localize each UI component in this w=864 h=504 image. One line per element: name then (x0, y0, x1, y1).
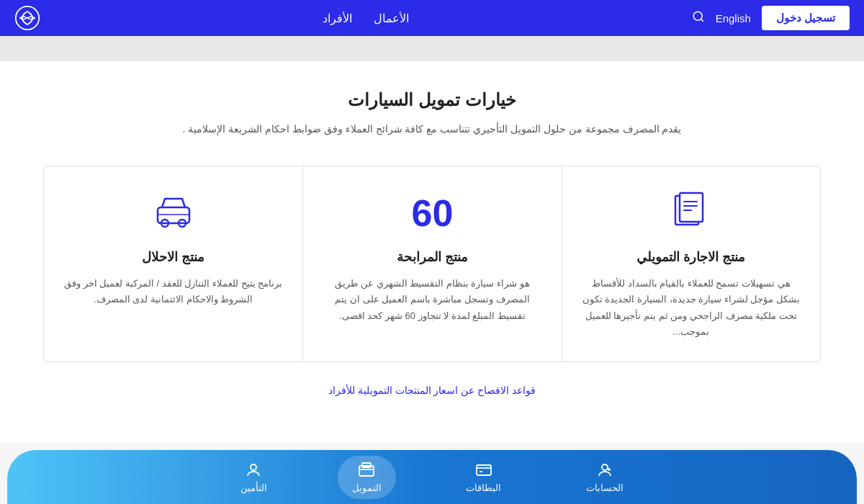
header-logo (14, 5, 40, 31)
product-ihlal-title: منتج الاحلال (62, 249, 284, 265)
svg-point-0 (693, 12, 702, 20)
main-content: خيارات تمويل السيارات يقدم المصرف مجموعة… (0, 61, 864, 443)
product-murabaha-desc: هو شراء سيارة بنظام التقسيط الشهري عن طر… (321, 276, 543, 323)
svg-rect-19 (362, 463, 371, 467)
taajiri-icon (580, 188, 802, 238)
murabaha-number: 60 (412, 194, 454, 232)
login-button[interactable]: تسجيل دخول (762, 6, 850, 30)
svg-rect-15 (477, 465, 491, 475)
cards-icon (475, 462, 492, 479)
svg-point-12 (602, 464, 608, 470)
search-icon (692, 10, 705, 23)
finance-icon (358, 462, 375, 479)
product-ihlal-desc: برنامج يتيح للعملاء التنازل للعقد / المر… (62, 276, 284, 307)
accounts-icon (596, 462, 613, 479)
language-button[interactable]: English (716, 12, 751, 24)
product-murabaha-title: منتج المرابحة (321, 249, 543, 265)
product-card-taajiri: منتج الاجارة التمويلي هي تسهيلات تسمح لل… (562, 166, 820, 361)
disclosure-link[interactable]: قواعد الافصاح عن اسعار المنتجات التمويلي… (328, 384, 536, 396)
disclosure-link-container: قواعد الافصاح عن اسعار المنتجات التمويلي… (43, 384, 821, 397)
bottom-nav-accounts[interactable]: الحسابات (572, 456, 638, 499)
page-subtitle: يقدم المصرف مجموعة من حلول التمويل التأج… (43, 121, 821, 137)
product-card-ihlal: منتج الاحلال برنامج يتيح للعملاء التنازل… (44, 166, 302, 361)
main-header: تسجيل دخول English الأعمال الأفراد (0, 0, 864, 36)
product-taajiri-desc: هي تسهيلات تسمح للعملاء بالقيام بالسداد … (580, 276, 802, 339)
bottom-nav-inner: الحسابات البطاقات التمويل (198, 456, 666, 499)
header-left: تسجيل دخول English (692, 6, 850, 30)
nav-item-individuals[interactable]: الأفراد (323, 12, 352, 25)
product-taajiri-title: منتج الاجارة التمويلي (580, 249, 802, 265)
cards-label: البطاقات (466, 482, 501, 493)
main-nav: الأعمال الأفراد (323, 12, 409, 25)
search-button[interactable] (692, 10, 705, 27)
products-grid: منتج الاجارة التمويلي هي تسهيلات تسمح لل… (43, 166, 821, 361)
insurance-icon (245, 462, 262, 479)
page-title: خيارات تمويل السيارات (43, 90, 821, 110)
svg-line-1 (701, 19, 703, 21)
insurance-label: التأمين (240, 482, 267, 493)
svg-point-21 (251, 464, 256, 470)
svg-rect-4 (680, 193, 703, 222)
product-card-murabaha: 60 منتج المرابحة هو شراء سيارة بنظام الت… (302, 166, 561, 361)
bottom-nav-insurance[interactable]: التأمين (226, 456, 282, 499)
finance-label: التمويل (352, 482, 382, 493)
logo-icon (14, 5, 40, 31)
nav-item-business[interactable]: الأعمال (374, 12, 409, 25)
gray-bar (0, 36, 864, 61)
bottom-nav-cards[interactable]: البطاقات (451, 456, 516, 499)
ihlal-icon (62, 188, 284, 238)
bottom-nav-finance[interactable]: التمويل (338, 456, 396, 499)
accounts-label: الحسابات (586, 482, 624, 493)
murabaha-icon: 60 (321, 188, 543, 238)
bottom-nav: الحسابات البطاقات التمويل (7, 450, 857, 504)
